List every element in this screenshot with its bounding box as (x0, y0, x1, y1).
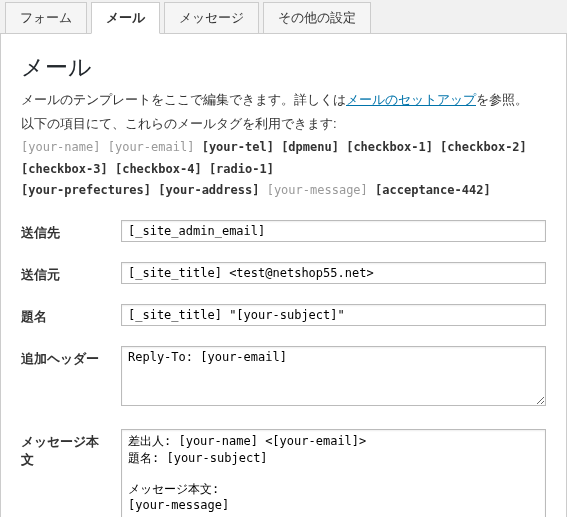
mail-tag[interactable]: [your-message] (267, 183, 368, 197)
to-input[interactable] (121, 220, 546, 242)
mail-tag[interactable]: [dpmenu] (281, 140, 339, 154)
mail-setup-link[interactable]: メールのセットアップ (346, 92, 476, 107)
tab-form[interactable]: フォーム (5, 2, 87, 34)
desc-pre-text: メールのテンプレートをここで編集できます。詳しくは (21, 92, 346, 107)
panel-description: メールのテンプレートをここで編集できます。詳しくはメールのセットアップを参照。 (21, 91, 546, 109)
body-textarea[interactable] (121, 429, 546, 517)
body-label: メッセージ本文 (21, 429, 111, 469)
mail-tags-legend: 以下の項目にて、これらのメールタグを利用できます: (21, 115, 546, 133)
from-label: 送信元 (21, 262, 111, 284)
headers-label: 追加ヘッダー (21, 346, 111, 368)
subject-label: 題名 (21, 304, 111, 326)
desc-post-text: を参照。 (476, 92, 528, 107)
mail-tag[interactable]: [your-tel] (202, 140, 274, 154)
mail-tags-line2: [your-prefectures] [your-address] [your-… (21, 180, 546, 202)
mail-tag[interactable]: [checkbox-2] (440, 140, 527, 154)
tab-mail[interactable]: メール (91, 2, 160, 34)
mail-tag[interactable]: [checkbox-1] (346, 140, 433, 154)
mail-tag[interactable]: [your-email] (108, 140, 195, 154)
tab-messages[interactable]: メッセージ (164, 2, 259, 34)
mail-tag[interactable]: [checkbox-3] (21, 162, 108, 176)
mail-tag[interactable]: [your-prefectures] (21, 183, 151, 197)
mail-tags-line1: [your-name] [your-email] [your-tel] [dpm… (21, 137, 546, 180)
mail-tag[interactable]: [your-name] (21, 140, 100, 154)
tab-other[interactable]: その他の設定 (263, 2, 371, 34)
subject-input[interactable] (121, 304, 546, 326)
from-input[interactable] (121, 262, 546, 284)
to-label: 送信先 (21, 220, 111, 242)
mail-tag[interactable]: [acceptance-442] (375, 183, 491, 197)
panel-heading: メール (21, 52, 546, 83)
mail-tag[interactable]: [checkbox-4] (115, 162, 202, 176)
headers-textarea[interactable] (121, 346, 546, 406)
mail-tag[interactable]: [radio-1] (209, 162, 274, 176)
mail-panel: メール メールのテンプレートをここで編集できます。詳しくはメールのセットアップを… (0, 33, 567, 517)
mail-tags-list: [your-name] [your-email] [your-tel] [dpm… (21, 137, 546, 202)
mail-tag[interactable]: [your-address] (158, 183, 259, 197)
tabs-bar: フォーム メール メッセージ その他の設定 (0, 0, 567, 34)
